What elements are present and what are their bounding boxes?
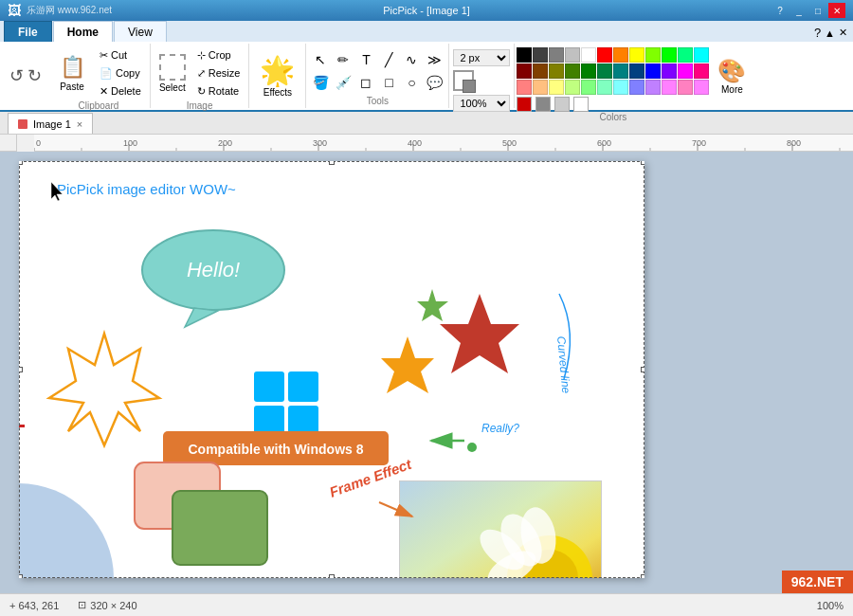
- rotate-button[interactable]: ↻ Rotate: [192, 82, 245, 100]
- color-cell-34[interactable]: [678, 80, 693, 95]
- svg-text:700: 700: [692, 138, 706, 148]
- curve-tool[interactable]: ∿: [401, 49, 422, 70]
- copy-button[interactable]: 📄 Copy: [95, 64, 146, 82]
- extra-color-light[interactable]: [554, 97, 570, 112]
- color-cell-2[interactable]: [549, 47, 564, 63]
- color-cell-6[interactable]: [613, 47, 628, 63]
- more-colors-button[interactable]: 🎨 More: [711, 44, 753, 108]
- minimize-button[interactable]: _: [790, 3, 808, 18]
- color-cell-12[interactable]: [517, 63, 532, 79]
- color-cell-31[interactable]: [629, 80, 644, 95]
- color-wheel-icon: 🎨: [717, 58, 746, 84]
- rect-tool[interactable]: □: [378, 72, 399, 93]
- stroke-group: 2 px1 px3 px4 px 100%50%200%: [449, 44, 515, 108]
- extra-colors-row: [517, 97, 709, 112]
- callout-tool[interactable]: 💬: [424, 72, 445, 93]
- status-position: + 643, 261: [9, 600, 59, 611]
- color-cell-15[interactable]: [565, 63, 580, 79]
- close-ribbon-icon[interactable]: ✕: [839, 27, 847, 39]
- paste-button[interactable]: 📋 Paste: [51, 45, 93, 100]
- color-cell-3[interactable]: [565, 47, 580, 63]
- color-cell-32[interactable]: [645, 80, 661, 95]
- color-cell-10[interactable]: [678, 47, 693, 63]
- color-cell-5[interactable]: [597, 47, 612, 63]
- color-cell-35[interactable]: [694, 80, 709, 95]
- color-cell-26[interactable]: [549, 80, 564, 95]
- resize-button[interactable]: ⤢ Resize: [192, 64, 245, 82]
- color-cell-16[interactable]: [581, 63, 596, 79]
- svg-rect-70: [19, 425, 25, 427]
- extra-color-white[interactable]: [573, 97, 589, 112]
- color-cell-23[interactable]: [694, 63, 709, 79]
- extra-color-red[interactable]: [517, 97, 532, 112]
- primary-color-swatch[interactable]: [453, 70, 474, 91]
- select-button[interactable]: Select: [154, 45, 191, 100]
- color-cell-18[interactable]: [613, 63, 628, 79]
- eyedropper-tool[interactable]: 💉: [333, 72, 354, 93]
- effects-button[interactable]: 🌟 Effects: [253, 48, 301, 103]
- stroke-size-select[interactable]: 2 px1 px3 px4 px: [453, 49, 510, 66]
- color-cell-21[interactable]: [662, 63, 677, 79]
- menu-tab-bar: File Home View ? ▲ ✕: [0, 21, 853, 42]
- color-cell-1[interactable]: [533, 47, 548, 63]
- color-cell-30[interactable]: [613, 80, 628, 95]
- colors-grid-container: [517, 47, 709, 95]
- help-button[interactable]: ?: [771, 3, 789, 18]
- more-shapes-tool[interactable]: ≫: [424, 49, 445, 70]
- rotate-label: Rotate: [209, 85, 239, 97]
- text-tool[interactable]: T: [355, 49, 376, 70]
- cursor-tool[interactable]: ↖: [310, 49, 331, 70]
- pen-tool[interactable]: ✏: [333, 49, 354, 70]
- color-cell-11[interactable]: [694, 47, 709, 63]
- color-cell-22[interactable]: [678, 63, 693, 79]
- tools-group: ↖ ✏ T ╱ ∿ ≫ 🪣 💉 ◻ □ ○ 💬 Tools: [306, 44, 449, 108]
- statusbar: + 643, 261 ⊡ 320 × 240 100%: [0, 593, 853, 616]
- tools-row1: ↖ ✏ T ╱ ∿ ≫: [310, 49, 445, 70]
- undo-button[interactable]: ↺: [9, 65, 24, 86]
- color-cell-29[interactable]: [597, 80, 612, 95]
- tab-home[interactable]: Home: [53, 21, 113, 42]
- color-cell-14[interactable]: [549, 63, 564, 79]
- color-cell-24[interactable]: [517, 80, 532, 95]
- maximize-button[interactable]: □: [809, 3, 826, 18]
- effects-icon: 🌟: [260, 54, 295, 87]
- color-cell-20[interactable]: [645, 63, 661, 79]
- help-icon[interactable]: ?: [814, 26, 821, 40]
- svg-text:0: 0: [36, 138, 41, 148]
- tab-close-button[interactable]: ×: [77, 118, 82, 130]
- color-cell-17[interactable]: [597, 63, 612, 79]
- color-cell-25[interactable]: [533, 80, 548, 95]
- cut-button[interactable]: ✂ Cut: [95, 46, 146, 63]
- circle-tool[interactable]: ○: [401, 72, 422, 93]
- redo-button[interactable]: ↻: [27, 65, 42, 86]
- tab-view[interactable]: View: [114, 21, 167, 42]
- tab-file[interactable]: File: [4, 21, 52, 42]
- color-cell-19[interactable]: [629, 63, 644, 79]
- image1-tab[interactable]: Image 1 ×: [8, 113, 93, 134]
- secondary-color-swatch[interactable]: [463, 80, 476, 93]
- color-cell-0[interactable]: [517, 47, 532, 63]
- fill-tool[interactable]: 🪣: [310, 72, 331, 93]
- color-cell-8[interactable]: [645, 47, 661, 63]
- titlebar-title: PicPick - [Image 1]: [0, 5, 853, 16]
- color-cell-9[interactable]: [662, 47, 677, 63]
- ribbon-minimize-icon[interactable]: ▲: [825, 27, 835, 39]
- tools-content: ↖ ✏ T ╱ ∿ ≫ 🪣 💉 ◻ □ ○ 💬: [310, 45, 445, 96]
- h-ruler-svg: 0 100 200 300 400 500 600 700 800: [34, 135, 853, 152]
- delete-button[interactable]: ✕ Delete: [95, 82, 146, 100]
- color-cell-4[interactable]: [581, 47, 596, 63]
- resize-icon: ⤢: [197, 67, 206, 80]
- ribbon-toolbar: ↺ ↻ 📋 Paste ✂ Cut 📄 Copy ✕ Del: [0, 42, 853, 112]
- line-tool[interactable]: ╱: [378, 49, 399, 70]
- crop-button[interactable]: ⊹ Crop: [192, 46, 245, 63]
- effects-label: Effects: [263, 87, 292, 98]
- color-cell-28[interactable]: [581, 80, 596, 95]
- close-button[interactable]: ✕: [828, 3, 845, 18]
- color-cell-13[interactable]: [533, 63, 548, 79]
- color-cell-7[interactable]: [629, 47, 644, 63]
- eraser-tool[interactable]: ◻: [355, 72, 376, 93]
- extra-color-gray[interactable]: [535, 97, 551, 112]
- color-cell-33[interactable]: [662, 80, 677, 95]
- color-cell-27[interactable]: [565, 80, 580, 95]
- zoom-select[interactable]: 100%50%200%: [453, 95, 510, 112]
